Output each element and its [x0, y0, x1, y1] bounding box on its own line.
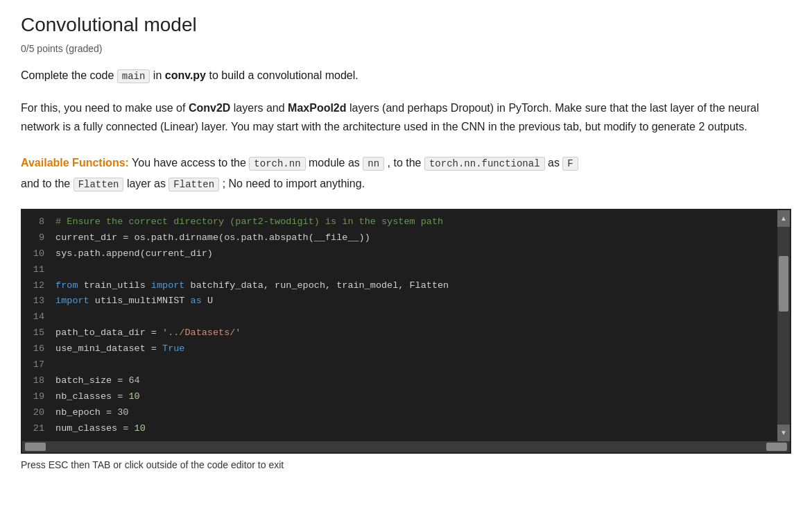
available-label: Available Functions:: [21, 157, 129, 169]
line-8-content: # Ensure the correct directory (part2-tw…: [55, 216, 443, 227]
code-line-13: 13 import utils_multiMNIST as U: [28, 293, 772, 309]
code-line-10: 10 sys.path.append(current_dir): [28, 246, 772, 262]
line-18-var: batch_size =: [55, 375, 128, 386]
line-num-9: 9: [28, 230, 44, 246]
af-text6: layer as: [127, 178, 169, 189]
line-13-as: as: [191, 296, 202, 306]
code-line-11: 11: [28, 262, 772, 278]
instruction-filename: conv.py: [165, 69, 206, 81]
instruction-suffix: in: [153, 69, 165, 81]
af-layer: Flatten: [74, 178, 124, 191]
line-17-content: [55, 359, 61, 370]
af-text3: , to the: [388, 157, 424, 169]
code-line-9: 9 current_dir = os.path.dirname(os.path.…: [28, 230, 772, 246]
line-14-content: [55, 311, 61, 322]
line-num-14: 14: [28, 309, 44, 325]
hscroll-thumb-left[interactable]: [25, 443, 46, 451]
code-line-19: 19 nb_classes = 10: [28, 389, 772, 405]
line-13-rest: utils_multiMNIST: [95, 296, 191, 306]
description-block: For this, you need to make use of Conv2D…: [21, 99, 791, 136]
vertical-scrollbar[interactable]: ▲ ▼: [777, 210, 790, 441]
line-num-15: 15: [28, 325, 44, 341]
available-functions-block: Available Functions: You have access to …: [21, 153, 791, 195]
line-19-val: 10: [128, 391, 139, 402]
line-20-val: 30: [117, 407, 128, 418]
code-content[interactable]: 8 # Ensure the correct directory (part2-…: [22, 210, 777, 441]
line-num-10: 10: [28, 246, 44, 262]
line-18-val: 64: [128, 375, 139, 386]
maxpool-label: MaxPool2d: [288, 102, 346, 114]
instruction-code-tag: main: [117, 69, 150, 83]
code-line-20: 20 nb_epoch = 30: [28, 405, 772, 421]
line-num-20: 20: [28, 405, 44, 421]
line-num-8: 8: [28, 214, 44, 230]
line-num-19: 19: [28, 389, 44, 405]
line-num-13: 13: [28, 293, 44, 309]
line-15-var: path_to_data_dir =: [55, 327, 162, 338]
points-label: 0/5 points (graded): [21, 43, 791, 54]
code-line-21: 21 num_classes = 10: [28, 421, 772, 437]
af-text7: ; No need to import anything.: [223, 178, 365, 189]
af-text5: and to the: [21, 178, 74, 189]
code-line-12: 12 from train_utils import batchify_data…: [28, 278, 772, 294]
line-21-val: 10: [135, 423, 146, 434]
scroll-track-v[interactable]: [777, 227, 790, 425]
code-editor[interactable]: 8 # Ensure the correct directory (part2-…: [21, 209, 791, 454]
horizontal-scrollbar[interactable]: [22, 441, 790, 452]
scroll-down-button[interactable]: ▼: [777, 425, 790, 441]
instruction-line: Complete the code main in conv.py to bui…: [21, 67, 791, 85]
line-16-val: True: [162, 343, 184, 354]
af-module2: torch.nn.functional: [424, 157, 545, 171]
line-20-var: nb_epoch =: [55, 407, 117, 418]
af-alias2: F: [562, 157, 578, 171]
code-area[interactable]: 8 # Ensure the correct directory (part2-…: [22, 210, 790, 441]
line-19-var: nb_classes =: [55, 391, 128, 402]
af-text1: You have access to the: [132, 157, 249, 169]
line-num-18: 18: [28, 373, 44, 389]
line-num-12: 12: [28, 278, 44, 294]
scroll-thumb-v[interactable]: [779, 256, 788, 311]
line-15-val: '../Datasets/': [162, 327, 241, 338]
hscroll-thumb-right[interactable]: [766, 443, 787, 451]
af-module1: torch.nn: [249, 157, 305, 171]
code-line-17: 17: [28, 357, 772, 373]
af-layer-alias: Flatten: [169, 178, 219, 191]
line-12-from: from: [55, 280, 78, 291]
af-text4: as: [548, 157, 562, 169]
code-line-14: 14: [28, 309, 772, 325]
conv2d-label: Conv2D: [189, 102, 230, 114]
page-title: Convolutional model: [21, 14, 791, 36]
line-num-21: 21: [28, 421, 44, 437]
af-alias1: nn: [363, 157, 384, 171]
instruction-rest: to build a convolutional model.: [206, 69, 359, 81]
line-12-rest: batchify_data, run_epoch, train_model, F…: [191, 280, 449, 291]
line-16-var: use_mini_dataset =: [55, 343, 162, 354]
code-line-15: 15 path_to_data_dir = '../Datasets/': [28, 325, 772, 341]
code-line-8: 8 # Ensure the correct directory (part2-…: [28, 214, 772, 230]
instruction-prefix: Complete the code: [21, 69, 114, 81]
line-num-16: 16: [28, 341, 44, 357]
line-21-var: num_classes =: [55, 423, 134, 434]
line-num-11: 11: [28, 262, 44, 278]
line-11-content: [55, 264, 61, 275]
code-line-16: 16 use_mini_dataset = True: [28, 341, 772, 357]
scroll-up-button[interactable]: ▲: [777, 210, 790, 227]
code-line-18: 18 batch_size = 64: [28, 373, 772, 389]
af-text2: module as: [309, 157, 363, 169]
line-13-import: import: [55, 296, 89, 306]
exit-hint: Press ESC then TAB or click outside of t…: [21, 459, 791, 470]
line-num-17: 17: [28, 357, 44, 373]
line-12-import: import: [151, 280, 185, 291]
line-9-content: current_dir = os.path.dirname(os.path.ab…: [55, 232, 370, 243]
line-10-content: sys.path.append(current_dir): [55, 248, 213, 259]
line-12-module: train_utils: [84, 280, 151, 291]
line-13-alias: U: [207, 296, 213, 306]
